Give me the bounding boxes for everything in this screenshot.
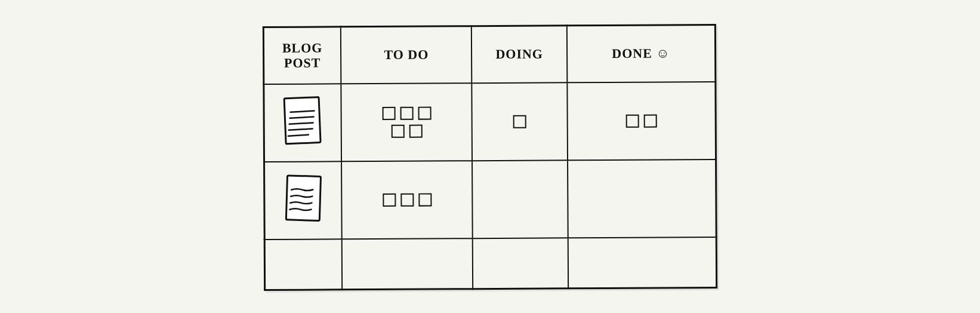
checkbox bbox=[418, 106, 431, 119]
row2-todo-cell bbox=[341, 161, 473, 239]
document2-icon bbox=[282, 173, 325, 228]
row1-blogpost-cell bbox=[264, 84, 341, 162]
row3-done-cell bbox=[568, 237, 717, 289]
row2-done-cell bbox=[568, 159, 716, 238]
row1-doing-cell bbox=[472, 82, 568, 161]
table-row bbox=[264, 159, 717, 240]
row1-doing-checkboxes bbox=[479, 112, 561, 131]
table-row bbox=[264, 82, 716, 162]
done-smiley: ☺ bbox=[656, 45, 670, 60]
row3-doing-cell bbox=[473, 238, 568, 289]
row1-done-checkboxes bbox=[574, 112, 708, 130]
row3-todo-cell bbox=[342, 238, 473, 290]
checkbox bbox=[418, 193, 432, 206]
row2-todo-checkboxes bbox=[348, 191, 466, 209]
row1-done-cell bbox=[567, 82, 716, 160]
row1-todo-checkboxes bbox=[348, 104, 466, 140]
header-row: Blog Post To Do Doing Done ☺ bbox=[263, 25, 715, 84]
kanban-table: Blog Post To Do Doing Done ☺ bbox=[263, 24, 717, 291]
header-doing: Doing bbox=[471, 26, 567, 83]
checkbox bbox=[383, 193, 396, 206]
row2-blogpost-cell bbox=[264, 161, 342, 240]
header-done: Done ☺ bbox=[567, 25, 716, 82]
row1-todo-cell bbox=[341, 83, 473, 161]
header-blogpost: Blog Post bbox=[263, 27, 341, 84]
checkbox bbox=[644, 114, 657, 127]
table-row bbox=[264, 237, 716, 290]
kanban-table-container: Blog Post To Do Doing Done ☺ bbox=[263, 25, 717, 288]
checkbox bbox=[409, 124, 422, 137]
checkbox bbox=[391, 124, 404, 137]
svg-rect-0 bbox=[284, 97, 320, 143]
checkbox bbox=[400, 193, 414, 206]
checkbox bbox=[400, 106, 413, 119]
row2-doing-cell bbox=[472, 160, 568, 238]
svg-rect-6 bbox=[286, 175, 320, 220]
checkbox bbox=[382, 106, 395, 119]
header-todo: To Do bbox=[341, 26, 472, 84]
document1-icon bbox=[281, 95, 324, 150]
checkbox bbox=[626, 114, 639, 127]
checkbox bbox=[513, 115, 526, 128]
row3-blogpost-cell bbox=[264, 239, 342, 290]
